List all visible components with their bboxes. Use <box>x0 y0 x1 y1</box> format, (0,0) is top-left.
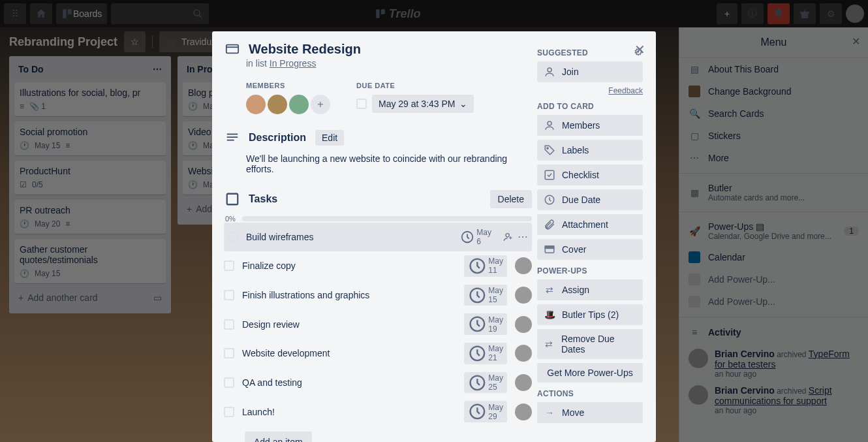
item-due[interactable]: May 21 <box>464 343 507 364</box>
checklist-item[interactable]: Finalize copy May 11⋯ <box>224 251 532 281</box>
list-link[interactable]: In Progress <box>270 58 317 69</box>
labels-button[interactable]: Labels <box>537 140 643 161</box>
checklist-icon <box>544 169 555 181</box>
move-button[interactable]: →Move <box>537 402 643 423</box>
description-text[interactable]: We'll be launching a new website to coin… <box>246 153 532 174</box>
checklist-item[interactable]: Website development May 21⋯ <box>224 339 532 368</box>
close-icon[interactable]: ✕ <box>634 42 645 57</box>
item-checkbox[interactable] <box>224 319 234 330</box>
description-label: Description <box>249 132 306 144</box>
item-checkbox[interactable] <box>224 348 234 358</box>
duedate-button[interactable]: Due Date <box>537 189 643 210</box>
member-avatar[interactable] <box>289 95 309 114</box>
clock-icon <box>544 194 555 206</box>
checklist-item[interactable]: Launch! May 29⋯ <box>224 397 532 426</box>
svg-rect-11 <box>227 140 234 141</box>
assign-button[interactable]: ⇄Assign <box>537 279 643 300</box>
due-checkbox[interactable] <box>356 99 367 109</box>
item-text[interactable]: Build wireframes <box>246 232 448 242</box>
add-member-button[interactable]: + <box>311 95 330 114</box>
user-icon <box>544 119 555 131</box>
svg-point-30 <box>547 148 548 149</box>
members-button[interactable]: Members <box>537 115 643 136</box>
description-icon <box>225 131 240 145</box>
checklist-item[interactable]: Build wireframes May 6⋯ <box>224 223 532 251</box>
actions-label: ACTIONS <box>537 389 643 398</box>
item-checkbox[interactable] <box>224 260 234 271</box>
tag-icon <box>544 144 555 156</box>
remove-due-button[interactable]: ⇄Remove Due Dates <box>537 329 643 359</box>
item-due[interactable]: May 19 <box>464 313 507 335</box>
svg-rect-31 <box>545 170 554 180</box>
item-due[interactable]: May 25 <box>464 372 507 394</box>
user-icon <box>544 66 555 78</box>
item-text[interactable]: Finish illustrations and graphics <box>242 290 456 300</box>
svg-point-14 <box>506 234 509 237</box>
item-text[interactable]: Design review <box>242 319 456 330</box>
feedback-link[interactable]: Feedback <box>537 86 643 95</box>
assign-icon[interactable] <box>503 230 514 244</box>
item-assignee[interactable] <box>515 374 532 391</box>
progress-bar <box>242 216 532 221</box>
member-avatar[interactable] <box>268 95 287 114</box>
item-text[interactable]: Website development <box>242 348 456 358</box>
edit-button[interactable]: Edit <box>315 130 344 146</box>
powerups-label: POWER-UPS <box>537 266 643 276</box>
item-checkbox[interactable] <box>228 232 238 242</box>
delete-button[interactable]: Delete <box>490 190 532 208</box>
card-icon <box>225 42 240 56</box>
item-assignee[interactable] <box>515 403 532 420</box>
assign-icon: ⇄ <box>544 284 555 296</box>
svg-rect-9 <box>227 134 238 135</box>
more-icon[interactable]: ⋯ <box>518 230 528 244</box>
arrow-right-icon: → <box>544 407 555 418</box>
svg-point-29 <box>548 121 551 125</box>
item-due[interactable]: May 29 <box>464 401 507 422</box>
item-checkbox[interactable] <box>224 290 234 300</box>
butler-tips-button[interactable]: 🎩Butler Tips (2) <box>537 304 643 325</box>
member-avatar[interactable] <box>246 95 266 114</box>
butler-icon: 🎩 <box>544 309 555 321</box>
due-date-button[interactable]: May 29 at 3:43 PM⌄ <box>372 95 474 113</box>
card-title[interactable]: Website Redesign <box>249 42 361 57</box>
item-due[interactable]: May 15 <box>464 285 507 306</box>
svg-rect-34 <box>545 246 554 249</box>
card-list-location: in list In Progress <box>246 58 532 69</box>
checklist-icon <box>225 192 240 206</box>
svg-rect-12 <box>227 194 238 205</box>
attachment-icon <box>544 219 555 230</box>
progress-percent: 0% <box>225 215 236 223</box>
checklist-item[interactable]: QA and testing May 25⋯ <box>224 368 532 398</box>
item-checkbox[interactable] <box>224 407 234 417</box>
join-button[interactable]: Join <box>537 61 643 82</box>
checklist-button[interactable]: Checklist <box>537 165 643 185</box>
item-text[interactable]: Finalize copy <box>242 260 456 271</box>
item-checkbox[interactable] <box>224 377 234 388</box>
cover-button[interactable]: Cover <box>537 239 643 260</box>
addtocard-label: ADD TO CARD <box>537 102 643 111</box>
attachment-button[interactable]: Attachment <box>537 214 643 235</box>
checklist-title[interactable]: Tasks <box>249 193 277 205</box>
add-item-button[interactable]: Add an item <box>245 432 312 442</box>
chevron-down-icon: ⌄ <box>459 99 467 109</box>
checklist-item[interactable]: Design review May 19⋯ <box>224 309 532 339</box>
item-due[interactable]: May 6 <box>456 227 495 247</box>
get-powerups-button[interactable]: Get More Power-Ups <box>537 363 643 383</box>
suggested-label: SUGGESTED <box>537 48 588 57</box>
item-assignee[interactable] <box>515 287 532 304</box>
remove-icon: ⇄ <box>544 338 555 350</box>
members-label: MEMBERS <box>246 82 330 89</box>
item-assignee[interactable] <box>515 316 532 333</box>
svg-point-28 <box>548 68 551 72</box>
duedate-label: DUE DATE <box>356 82 474 89</box>
item-assignee[interactable] <box>515 257 532 274</box>
svg-rect-10 <box>227 136 238 138</box>
checklist-item[interactable]: Finish illustrations and graphics May 15… <box>224 281 532 310</box>
card-modal: ✕ Website Redesign in list In Progress M… <box>212 31 656 442</box>
item-text[interactable]: Launch! <box>242 407 456 417</box>
item-due[interactable]: May 11 <box>464 255 507 277</box>
item-assignee[interactable] <box>515 345 532 362</box>
svg-rect-8 <box>226 45 238 54</box>
cover-icon <box>544 244 555 255</box>
item-text[interactable]: QA and testing <box>242 377 456 388</box>
